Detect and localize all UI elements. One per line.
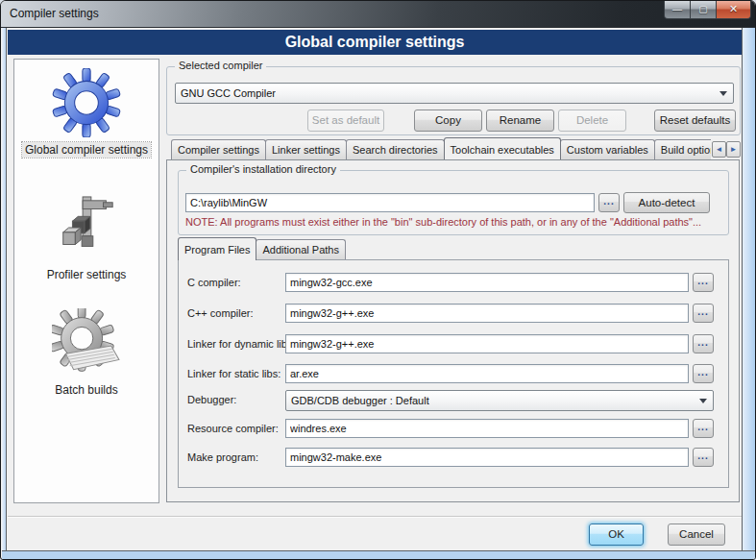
tab-build-options[interactable]: Build options (654, 139, 711, 159)
tab-compiler-settings[interactable]: Compiler settings (171, 139, 266, 159)
tab-strip: Compiler settingsLinker settingsSearch d… (171, 136, 711, 159)
close-button[interactable]: ✕ (716, 1, 751, 19)
minimize-button[interactable]: — (664, 1, 691, 19)
scroll-left-icon: ◄ (716, 145, 723, 154)
footer-divider (8, 516, 742, 518)
c-compiler-browse-button[interactable]: ... (693, 304, 714, 323)
minimize-icon: — (672, 4, 682, 14)
c-compiler-label: C++ compiler: (187, 304, 253, 323)
linker-for-static-libs-label: Linker for static libs: (187, 364, 280, 383)
linker-for-dynamic-libs-browse-button[interactable]: ... (693, 334, 714, 353)
sidebar-item-global-compiler-settings[interactable]: Global compiler settings (14, 65, 159, 158)
auto-detect-button[interactable]: Auto-detect (623, 192, 710, 213)
c-compiler-input[interactable] (285, 273, 689, 292)
caliper-icon (54, 190, 119, 265)
reset-defaults-button[interactable]: Reset defaults (654, 110, 736, 132)
linker-for-static-libs-browse-button[interactable]: ... (693, 364, 714, 383)
dropdown-arrow-icon (719, 91, 727, 96)
c-compiler-label: C compiler: (187, 273, 241, 292)
tab-linker-settings[interactable]: Linker settings (265, 139, 347, 159)
gear-gray-stack-icon (52, 305, 121, 380)
close-icon: ✕ (729, 3, 738, 14)
tab-toolchain-executables[interactable]: Toolchain executables (444, 137, 561, 159)
maximize-button[interactable]: ▢ (690, 1, 717, 19)
rename-button[interactable]: Rename (486, 110, 554, 132)
install-dir-browse-button[interactable]: ... (598, 193, 620, 212)
resource-compiler-browse-button[interactable]: ... (693, 419, 714, 438)
selected-compiler-value: GNU GCC Compiler (176, 87, 276, 99)
compiler-settings-window: Compiler settings — ▢ ✕ Global compiler … (0, 0, 756, 560)
window-frame-right (742, 28, 756, 551)
make-program-label: Make program: (187, 448, 258, 467)
tab-custom-variables[interactable]: Custom variables (560, 139, 655, 159)
cancel-button[interactable]: Cancel (668, 523, 725, 546)
debugger-combo[interactable]: GDB/CDB debugger : Default (285, 390, 714, 411)
delete-button: Delete (558, 110, 626, 132)
window-title: Compiler settings (10, 1, 99, 27)
resource-compiler-label: Resource compiler: (187, 419, 279, 438)
set-as-default-button: Set as default (307, 110, 384, 132)
dropdown-arrow-icon (699, 399, 707, 403)
tab-scroll-left-button[interactable]: ◄ (712, 141, 726, 158)
window-frame-left (2, 28, 7, 551)
c-compiler-input[interactable] (285, 304, 689, 323)
selected-compiler-group: Selected compiler GNU GCC Compiler Set a… (166, 66, 741, 135)
sidebar-item-label: Batch builds (52, 382, 120, 398)
sidebar-item-profiler-settings[interactable]: Profiler settings (14, 190, 159, 282)
maximize-icon: ▢ (698, 4, 707, 14)
make-program-browse-button[interactable]: ... (693, 448, 714, 467)
sidebar: Global compiler settingsProfiler setting… (13, 59, 159, 503)
tab-scroll-right-button[interactable]: ► (726, 141, 741, 158)
scroll-right-icon: ► (730, 145, 738, 154)
debugger-label: Debugger: (187, 390, 236, 409)
selected-compiler-combo[interactable]: GNU GCC Compiler (175, 83, 734, 104)
linker-for-dynamic-libs-input[interactable] (285, 334, 689, 353)
sidebar-item-label: Profiler settings (44, 267, 130, 282)
gear-blue-icon (52, 65, 121, 140)
subtab-strip: Program Files Additional Paths (178, 239, 346, 259)
install-dir-input[interactable] (185, 193, 595, 212)
ok-button[interactable]: OK (589, 523, 644, 546)
tab-search-directories[interactable]: Search directories (346, 139, 445, 159)
linker-for-dynamic-libs-label: Linker for dynamic libs: (187, 334, 296, 353)
linker-for-static-libs-input[interactable] (285, 364, 689, 383)
note-text: NOTE: All programs must exist either in … (185, 216, 701, 228)
install-dir-legend: Compiler's installation directory (186, 163, 340, 175)
c-compiler-browse-button[interactable]: ... (693, 273, 714, 292)
make-program-input[interactable] (285, 448, 689, 467)
window-frame-bottom (2, 550, 756, 560)
sidebar-item-batch-builds[interactable]: Batch builds (14, 305, 159, 398)
selected-compiler-legend: Selected compiler (175, 60, 266, 71)
subtab-program-files[interactable]: Program Files (178, 237, 256, 260)
sidebar-item-label: Global compiler settings (22, 142, 151, 158)
subtab-additional-paths[interactable]: Additional Paths (256, 239, 346, 259)
page-title: Global compiler settings (8, 30, 742, 55)
debugger-value: GDB/CDB debugger : Default (286, 395, 429, 406)
resource-compiler-input[interactable] (285, 419, 689, 438)
titlebar[interactable]: Compiler settings (1, 1, 755, 28)
copy-button[interactable]: Copy (414, 110, 482, 132)
